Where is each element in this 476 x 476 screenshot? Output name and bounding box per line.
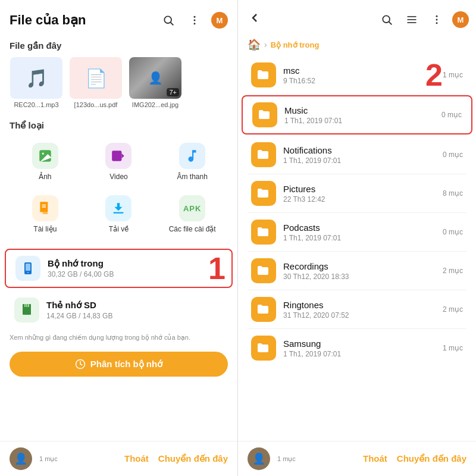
file-name-pdf: [123do...us.pdf [70,101,122,108]
svg-point-2 [194,16,196,18]
svg-point-22 [383,15,390,23]
folder-podcasts[interactable]: Podcasts 1 Th1, 2019 07:01 0 mục [242,214,472,250]
folder-msc-details: msc 9 Th16:52 [283,65,443,85]
folder-pictures-date: 22 Th3 12:42 [283,195,443,203]
download-label: Tải về [109,225,129,233]
internal-storage-name: Bộ nhớ trong [48,258,222,269]
svg-rect-31 [261,192,267,196]
folder-music[interactable]: Music 1 Th1, 2019 07:01 0 mục [242,95,472,134]
svg-line-23 [389,22,392,25]
folder-recordings[interactable]: Recordings 30 Th12, 2020 18:33 2 mục [242,252,472,289]
right-thoat-button[interactable]: Thoát [363,453,387,464]
file-name-img: IMG202...ed.jpg [129,101,181,108]
folder-podcasts-count: 0 mục [443,228,463,236]
svg-rect-15 [26,264,30,271]
search-icon[interactable] [159,11,178,30]
folder-ringtones-date: 31 Th12, 2020 07:52 [283,311,443,320]
category-apk[interactable]: APK Các file cài đặt [156,189,228,239]
folder-msc-icon [251,62,276,87]
sd-storage-info: Thẻ nhớ SD 14,24 GB / 14,83 GB [46,300,223,320]
folder-notifications[interactable]: Notifications 1 Th1, 2019 07:01 0 mục [242,136,472,173]
folder-msc[interactable]: msc 9 Th16:52 1 mục 2 [242,57,472,93]
svg-point-30 [262,115,265,117]
category-video[interactable]: Video [83,137,155,187]
folder-podcasts-icon [251,220,276,245]
folder-ringtones[interactable]: Ringtones 31 Th12, 2020 07:52 2 mục [242,291,472,328]
category-document[interactable]: Tài liệu [10,189,81,239]
folder-recordings-details: Recordings 30 Th12, 2020 18:33 [283,261,443,281]
internal-storage-item[interactable]: Bộ nhớ trong 30,32 GB / 64,00 GB 1 [5,249,233,288]
document-label: Tài liệu [33,225,57,233]
video-icon [105,143,131,169]
folder-samsung[interactable]: Samsung 1 Th1, 2019 07:01 1 mục [242,330,472,367]
folder-podcasts-name: Podcasts [283,223,443,233]
recent-file-mp3[interactable]: 🎵 REC20...1.mp3 [10,57,63,108]
sd-storage-name: Thẻ nhớ SD [46,300,223,311]
analyze-label: Phân tích bộ nhớ [90,359,162,369]
svg-marker-8 [122,154,124,159]
internal-storage-info: Bộ nhớ trong 30,32 GB / 64,00 GB [48,258,222,278]
folder-music-name: Music [284,105,441,115]
folder-podcasts-details: Podcasts 1 Th1, 2019 07:01 [283,223,443,242]
recent-files-row: 🎵 REC20...1.mp3 📄 [123do...us.pdf 👤 7+ I… [0,55,237,115]
folder-ringtones-icon [251,297,276,322]
sd-storage-icon [14,298,39,322]
folder-notifications-icon [251,142,276,167]
right-item-count: 1 mục [277,455,296,463]
right-user-avatar[interactable]: M [452,11,469,28]
left-thoat-button[interactable]: Thoát [124,453,149,464]
sd-storage-size: 14,24 GB / 14,83 GB [46,312,223,320]
folder-recordings-count: 2 mục [443,267,463,275]
folder-ringtones-name: Ringtones [283,300,443,310]
right-chuyen-button[interactable]: Chuyển đến đây [397,453,466,464]
left-chuyen-button[interactable]: Chuyển đến đây [158,453,228,464]
thumb-img: 👤 7+ [129,57,181,99]
folder-samsung-icon [251,336,276,361]
svg-point-0 [164,16,171,23]
folder-notifications-date: 1 Th1, 2019 07:01 [283,156,443,165]
folder-pictures-count: 8 mục [443,189,463,198]
internal-storage-icon [15,256,40,281]
svg-point-29 [436,22,438,24]
user-avatar[interactable]: M [211,12,228,29]
back-button[interactable] [245,8,264,31]
left-panel: File của bạn M File gần đây 🎵 REC20...1.… [0,0,238,476]
folder-samsung-name: Samsung [283,339,443,349]
audio-label: Âm thanh [177,173,207,181]
svg-point-6 [42,153,43,155]
thumb-pdf: 📄 [70,57,122,99]
document-icon [32,195,58,221]
recent-file-pdf[interactable]: 📄 [123do...us.pdf [69,57,123,108]
folder-podcasts-date: 1 Th1, 2019 07:01 [283,234,443,242]
svg-rect-13 [114,212,124,214]
folder-pictures-icon [251,181,276,206]
category-photo[interactable]: Ảnh [10,137,81,187]
recent-file-img[interactable]: 👤 7+ IMG202...ed.jpg [129,57,182,108]
breadcrumb-current: Bộ nhớ trong [271,40,320,49]
folder-samsung-date: 1 Th1, 2019 07:01 [283,350,443,358]
right-menu-icon[interactable] [427,10,446,29]
app-title: File của bạn [10,12,86,28]
menu-icon[interactable] [185,11,204,30]
category-download[interactable]: Tải về [83,189,155,239]
right-search-icon[interactable] [377,10,396,29]
home-icon[interactable]: 🏠 [248,38,261,51]
video-label: Video [109,173,127,181]
analyze-button[interactable]: Phân tích bộ nhớ [10,352,228,377]
right-bottom-bar: 👤 1 mục Thoát Chuyển đến đây [238,441,476,476]
left-bottom-actions: Thoát Chuyển đến đây [124,453,228,464]
folder-recordings-name: Recordings [283,261,443,271]
folder-pictures[interactable]: Pictures 22 Th3 12:42 8 mục [242,175,472,212]
svg-point-28 [436,19,438,21]
audio-icon [179,143,205,169]
folder-samsung-count: 1 mục [443,344,463,352]
right-header: M [238,0,476,36]
left-item-count: 1 mục [39,455,58,463]
svg-point-27 [436,15,438,17]
bottom-avatar-right: 👤 [248,447,270,470]
sd-storage-item[interactable]: Thẻ nhớ SD 14,24 GB / 14,83 GB [5,292,233,328]
category-audio[interactable]: Âm thanh [156,137,228,187]
apk-label: Các file cài đặt [169,225,216,233]
folder-ringtones-details: Ringtones 31 Th12, 2020 07:52 [283,300,443,320]
right-list-icon[interactable] [402,10,421,29]
